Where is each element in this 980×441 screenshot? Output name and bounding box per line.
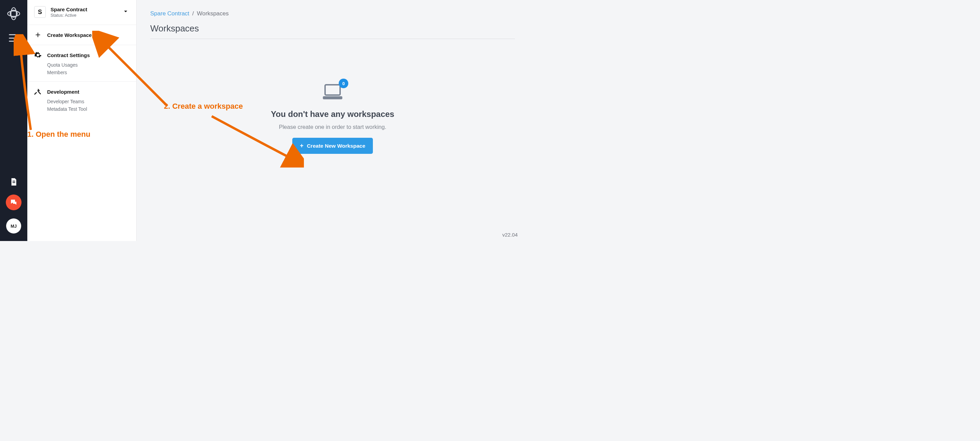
menu-toggle-icon[interactable] [9,34,18,42]
contract-status: Status: Active [51,13,88,18]
app-logo [7,7,21,21]
development-section: Development Developer Teams Metadata Tes… [27,82,136,118]
empty-state: 0 You don't have any workspaces Please c… [150,83,515,154]
sidebar-link-devteams[interactable]: Developer Teams [47,99,129,104]
empty-subtext: Please create one in order to start work… [279,124,387,130]
gear-icon [34,51,42,59]
user-avatar[interactable]: MJ [6,219,21,233]
breadcrumb-current: Workspaces [197,10,229,17]
empty-heading: You don't have any workspaces [271,109,394,119]
breadcrumb-sep: / [192,10,194,17]
sidebar: S Spare Contract Status: Active Create W… [27,0,137,241]
sidebar-link-metadata[interactable]: Metadata Test Tool [47,106,129,112]
chevron-down-icon [122,8,129,16]
chat-button[interactable] [6,195,22,210]
svg-point-1 [8,11,19,16]
contract-settings-title: Contract Settings [47,52,90,58]
contract-switcher[interactable]: S Spare Contract Status: Active [27,0,136,25]
nav-rail: MJ [0,0,27,241]
svg-rect-6 [323,96,342,99]
main-area: Spare Contract / Workspaces Workspaces 0… [137,0,528,241]
create-button-label: Create New Workspace [307,143,365,149]
contract-name: Spare Contract [51,6,88,12]
laptop-icon: 0 [322,83,344,101]
create-workspace-item[interactable]: Create Workspace [27,25,136,45]
svg-rect-4 [13,182,15,183]
create-workspace-label: Create Workspace [47,32,92,38]
plus-icon: + [300,142,304,149]
development-title: Development [47,89,79,95]
svg-rect-5 [325,85,340,95]
page-title: Workspaces [150,23,515,34]
tools-icon [34,88,42,95]
contract-settings-section: Contract Settings Quota Usages Members [27,45,136,82]
version-label: v22.04 [502,232,518,238]
contract-badge: S [34,6,46,18]
svg-rect-3 [13,181,15,182]
divider [150,38,515,39]
workspace-count-badge: 0 [339,78,348,88]
document-icon[interactable] [9,177,18,186]
create-new-workspace-button[interactable]: + Create New Workspace [292,138,373,154]
sidebar-link-quota[interactable]: Quota Usages [47,62,129,68]
plus-icon [34,31,42,38]
svg-point-2 [11,8,16,19]
breadcrumb-root[interactable]: Spare Contract [150,10,189,17]
sidebar-link-members[interactable]: Members [47,70,129,75]
avatar-initials: MJ [11,224,17,229]
breadcrumb: Spare Contract / Workspaces [150,10,515,17]
